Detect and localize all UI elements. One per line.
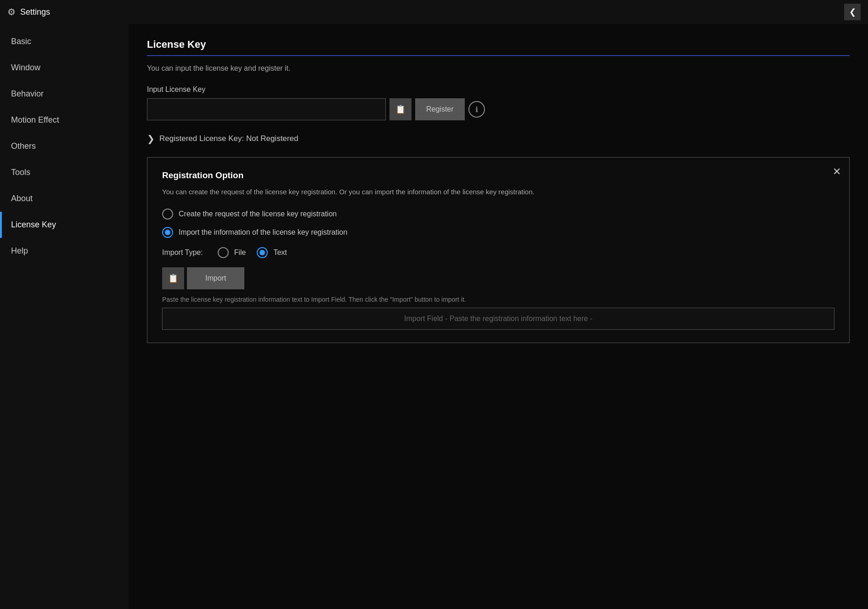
info-button[interactable]: ℹ [468,101,485,118]
expand-row[interactable]: ❯ Registered License Key: Not Registered [147,133,850,144]
sidebar-item-motion-effect-label: Motion Effect [11,115,59,124]
radio-import-circle [162,227,173,238]
title-bar: ⚙ Settings ❮ [0,0,868,24]
close-panel-button[interactable]: ✕ [833,166,841,178]
radio-create-request[interactable]: Create the request of the license key re… [162,209,834,220]
section-title: License Key [147,39,850,51]
import-type-label: Import Type: [162,248,203,257]
sidebar-item-motion-effect[interactable]: Motion Effect [0,107,129,133]
sidebar-item-others[interactable]: Others [0,133,129,159]
title-bar-left: ⚙ Settings [7,6,50,17]
import-field-wrapper[interactable]: Import Field - Paste the registration in… [162,308,834,330]
expand-arrow-icon: ❯ [147,133,155,144]
sidebar-item-help[interactable]: Help [0,238,129,264]
radio-text-option[interactable]: Text [257,247,287,258]
radio-text-label: Text [273,248,287,257]
input-license-key-label: Input License Key [147,85,850,94]
reg-option-title: Registration Option [162,170,834,180]
section-description: You can input the license key and regist… [147,64,850,73]
sidebar-item-window[interactable]: Window [0,55,129,81]
radio-import-info[interactable]: Import the information of the license ke… [162,227,834,238]
registration-option-panel: ✕ Registration Option You can create the… [147,157,850,343]
radio-create-circle [162,209,173,220]
main-layout: Basic Window Behavior Motion Effect Othe… [0,24,868,609]
sidebar-item-tools-label: Tools [11,168,30,177]
radio-file-option[interactable]: File [218,247,246,258]
import-clipboard-icon: 📋 [168,273,178,283]
import-type-row: Import Type: File Text [162,247,834,258]
input-row: 📋 Register ℹ [147,98,850,120]
radio-create-label: Create the request of the license key re… [179,210,337,218]
sidebar-item-others-label: Others [11,141,36,151]
import-clipboard-button[interactable]: 📋 [162,267,184,289]
sidebar-item-tools[interactable]: Tools [0,159,129,186]
sidebar-item-about[interactable]: About [0,186,129,212]
section-header: License Key [147,39,850,56]
app-title: Settings [20,7,50,17]
sidebar-item-basic-label: Basic [11,37,31,46]
import-button[interactable]: Import [187,267,244,289]
clipboard-paste-button[interactable]: 📋 [389,98,411,120]
radio-import-label: Import the information of the license ke… [179,228,347,237]
sidebar-item-window-label: Window [11,63,40,72]
radio-text-circle [257,247,268,258]
sidebar: Basic Window Behavior Motion Effect Othe… [0,24,129,609]
sidebar-item-about-label: About [11,194,33,203]
radio-file-circle [218,247,229,258]
sidebar-item-help-label: Help [11,246,28,255]
license-key-input[interactable] [147,98,386,120]
clipboard-icon: 📋 [395,104,406,114]
reg-option-description: You can create the request of the licens… [162,187,834,197]
import-buttons-row: 📋 Import [162,267,834,289]
sidebar-item-behavior[interactable]: Behavior [0,81,129,107]
sidebar-item-behavior-label: Behavior [11,89,44,98]
back-button[interactable]: ❮ [844,4,861,20]
content-area: License Key You can input the license ke… [129,24,868,609]
info-icon: ℹ [475,105,478,114]
import-field-placeholder: Import Field - Paste the registration in… [404,315,592,322]
gear-icon: ⚙ [7,6,16,17]
sidebar-item-license-key-label: License Key [11,220,56,229]
expand-label: Registered License Key: Not Registered [159,134,298,143]
sidebar-item-basic[interactable]: Basic [0,28,129,55]
radio-file-label: File [234,248,246,257]
paste-instructions: Paste the license key registration infor… [162,296,834,303]
register-button[interactable]: Register [415,98,465,120]
sidebar-item-license-key[interactable]: License Key [0,212,129,238]
